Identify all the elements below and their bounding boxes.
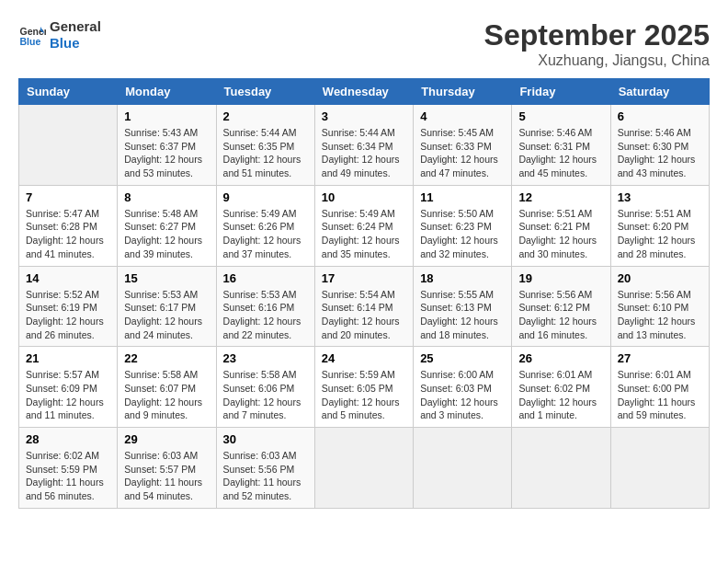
day-number: 6 <box>618 109 702 123</box>
day-number: 26 <box>518 351 603 365</box>
logo-line1: General <box>50 18 101 35</box>
logo-icon: General Blue <box>18 21 46 49</box>
calendar-cell <box>512 428 610 509</box>
calendar-cell: 22Sunrise: 5:58 AMSunset: 6:07 PMDayligh… <box>118 347 216 428</box>
day-number: 29 <box>124 432 209 446</box>
calendar-cell: 21Sunrise: 5:57 AMSunset: 6:09 PMDayligh… <box>19 347 118 428</box>
day-info: Sunrise: 5:51 AMSunset: 6:20 PMDaylight:… <box>618 207 702 261</box>
week-row-1: 7Sunrise: 5:47 AMSunset: 6:28 PMDaylight… <box>19 185 710 266</box>
day-info: Sunrise: 5:44 AMSunset: 6:35 PMDaylight:… <box>223 126 308 180</box>
day-number: 8 <box>124 190 209 204</box>
calendar-cell: 8Sunrise: 5:48 AMSunset: 6:27 PMDaylight… <box>118 185 216 266</box>
calendar-cell: 19Sunrise: 5:56 AMSunset: 6:12 PMDayligh… <box>512 266 610 347</box>
day-info: Sunrise: 5:54 AMSunset: 6:14 PMDaylight:… <box>322 288 406 342</box>
day-info: Sunrise: 5:46 AMSunset: 6:30 PMDaylight:… <box>618 126 702 180</box>
calendar-cell: 20Sunrise: 5:56 AMSunset: 6:10 PMDayligh… <box>610 266 709 347</box>
day-number: 18 <box>420 271 505 285</box>
weekday-sunday: Sunday <box>19 79 118 105</box>
day-number: 5 <box>518 109 603 123</box>
calendar-cell: 14Sunrise: 5:52 AMSunset: 6:19 PMDayligh… <box>19 266 118 347</box>
day-info: Sunrise: 5:51 AMSunset: 6:21 PMDaylight:… <box>518 207 603 261</box>
day-info: Sunrise: 5:58 AMSunset: 6:07 PMDaylight:… <box>124 368 209 422</box>
day-number: 25 <box>420 351 505 365</box>
day-info: Sunrise: 5:50 AMSunset: 6:23 PMDaylight:… <box>420 207 505 261</box>
calendar-cell: 17Sunrise: 5:54 AMSunset: 6:14 PMDayligh… <box>314 266 413 347</box>
calendar-cell: 30Sunrise: 6:03 AMSunset: 5:56 PMDayligh… <box>216 428 314 509</box>
calendar-cell: 12Sunrise: 5:51 AMSunset: 6:21 PMDayligh… <box>512 185 610 266</box>
day-number: 14 <box>26 271 110 285</box>
calendar-cell <box>19 105 118 186</box>
day-info: Sunrise: 6:03 AMSunset: 5:56 PMDaylight:… <box>223 449 308 503</box>
weekday-wednesday: Wednesday <box>314 79 413 105</box>
calendar-cell: 24Sunrise: 5:59 AMSunset: 6:05 PMDayligh… <box>314 347 413 428</box>
logo-line2: Blue <box>50 35 101 52</box>
day-number: 19 <box>518 271 603 285</box>
calendar-cell: 10Sunrise: 5:49 AMSunset: 6:24 PMDayligh… <box>314 185 413 266</box>
title-block: September 2025 Xuzhuang, Jiangsu, China <box>484 18 710 69</box>
day-info: Sunrise: 5:53 AMSunset: 6:17 PMDaylight:… <box>124 288 209 342</box>
day-number: 20 <box>618 271 702 285</box>
month-title: September 2025 <box>484 18 710 52</box>
day-info: Sunrise: 5:48 AMSunset: 6:27 PMDaylight:… <box>124 207 209 261</box>
day-number: 23 <box>223 351 308 365</box>
weekday-monday: Monday <box>118 79 216 105</box>
day-number: 9 <box>223 190 308 204</box>
day-number: 24 <box>322 351 406 365</box>
day-number: 27 <box>618 351 702 365</box>
day-info: Sunrise: 5:44 AMSunset: 6:34 PMDaylight:… <box>322 126 406 180</box>
day-info: Sunrise: 5:47 AMSunset: 6:28 PMDaylight:… <box>26 207 110 261</box>
calendar-cell: 2Sunrise: 5:44 AMSunset: 6:35 PMDaylight… <box>216 105 314 186</box>
calendar-cell: 1Sunrise: 5:43 AMSunset: 6:37 PMDaylight… <box>118 105 216 186</box>
calendar-table: SundayMondayTuesdayWednesdayThursdayFrid… <box>18 78 710 509</box>
weekday-thursday: Thursday <box>414 79 512 105</box>
day-info: Sunrise: 5:45 AMSunset: 6:33 PMDaylight:… <box>420 126 505 180</box>
calendar-body: 1Sunrise: 5:43 AMSunset: 6:37 PMDaylight… <box>19 105 710 509</box>
calendar-cell: 25Sunrise: 6:00 AMSunset: 6:03 PMDayligh… <box>414 347 512 428</box>
week-row-2: 14Sunrise: 5:52 AMSunset: 6:19 PMDayligh… <box>19 266 710 347</box>
weekday-tuesday: Tuesday <box>216 79 314 105</box>
calendar-cell <box>414 428 512 509</box>
day-info: Sunrise: 5:43 AMSunset: 6:37 PMDaylight:… <box>124 126 209 180</box>
calendar-cell: 4Sunrise: 5:45 AMSunset: 6:33 PMDaylight… <box>414 105 512 186</box>
day-info: Sunrise: 5:59 AMSunset: 6:05 PMDaylight:… <box>322 368 406 422</box>
day-number: 2 <box>223 109 308 123</box>
day-number: 21 <box>26 351 110 365</box>
calendar-header: SundayMondayTuesdayWednesdayThursdayFrid… <box>19 79 710 105</box>
calendar-cell: 3Sunrise: 5:44 AMSunset: 6:34 PMDaylight… <box>314 105 413 186</box>
calendar-cell: 18Sunrise: 5:55 AMSunset: 6:13 PMDayligh… <box>414 266 512 347</box>
day-number: 13 <box>618 190 702 204</box>
calendar-cell: 16Sunrise: 5:53 AMSunset: 6:16 PMDayligh… <box>216 266 314 347</box>
calendar-cell: 26Sunrise: 6:01 AMSunset: 6:02 PMDayligh… <box>512 347 610 428</box>
day-info: Sunrise: 5:56 AMSunset: 6:10 PMDaylight:… <box>618 288 702 342</box>
day-info: Sunrise: 6:01 AMSunset: 6:00 PMDaylight:… <box>618 368 702 422</box>
week-row-4: 28Sunrise: 6:02 AMSunset: 5:59 PMDayligh… <box>19 428 710 509</box>
page-header: General Blue General Blue September 2025… <box>18 18 710 69</box>
day-number: 7 <box>26 190 110 204</box>
day-info: Sunrise: 5:49 AMSunset: 6:24 PMDaylight:… <box>322 207 406 261</box>
location: Xuzhuang, Jiangsu, China <box>484 52 710 69</box>
calendar-cell: 28Sunrise: 6:02 AMSunset: 5:59 PMDayligh… <box>19 428 118 509</box>
day-info: Sunrise: 5:52 AMSunset: 6:19 PMDaylight:… <box>26 288 110 342</box>
calendar-cell: 9Sunrise: 5:49 AMSunset: 6:26 PMDaylight… <box>216 185 314 266</box>
day-info: Sunrise: 5:58 AMSunset: 6:06 PMDaylight:… <box>223 368 308 422</box>
day-number: 4 <box>420 109 505 123</box>
calendar-cell: 13Sunrise: 5:51 AMSunset: 6:20 PMDayligh… <box>610 185 709 266</box>
day-number: 12 <box>518 190 603 204</box>
day-number: 28 <box>26 432 110 446</box>
day-number: 16 <box>223 271 308 285</box>
calendar-cell: 6Sunrise: 5:46 AMSunset: 6:30 PMDaylight… <box>610 105 709 186</box>
calendar-cell: 27Sunrise: 6:01 AMSunset: 6:00 PMDayligh… <box>610 347 709 428</box>
weekday-saturday: Saturday <box>610 79 709 105</box>
day-number: 10 <box>322 190 406 204</box>
weekday-friday: Friday <box>512 79 610 105</box>
day-info: Sunrise: 5:46 AMSunset: 6:31 PMDaylight:… <box>518 126 603 180</box>
day-number: 15 <box>124 271 209 285</box>
day-number: 30 <box>223 432 308 446</box>
calendar-cell: 29Sunrise: 6:03 AMSunset: 5:57 PMDayligh… <box>118 428 216 509</box>
svg-text:Blue: Blue <box>20 36 41 47</box>
calendar-cell: 5Sunrise: 5:46 AMSunset: 6:31 PMDaylight… <box>512 105 610 186</box>
day-info: Sunrise: 6:02 AMSunset: 5:59 PMDaylight:… <box>26 449 110 503</box>
calendar-cell <box>610 428 709 509</box>
day-info: Sunrise: 6:03 AMSunset: 5:57 PMDaylight:… <box>124 449 209 503</box>
day-number: 3 <box>322 109 406 123</box>
